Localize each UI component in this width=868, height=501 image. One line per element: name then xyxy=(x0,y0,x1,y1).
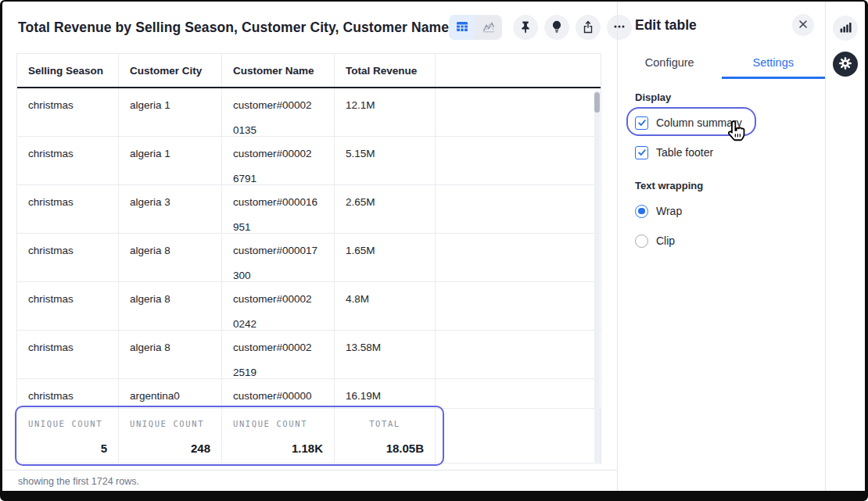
panel-title: Edit table xyxy=(635,17,792,34)
column-summary-row: UNIQUE COUNT 5 UNIQUE COUNT 248 UNIQUE C… xyxy=(17,409,601,463)
radio-clip[interactable] xyxy=(635,234,648,248)
summary-cell: UNIQUE COUNT 248 xyxy=(119,409,222,463)
table-scrollbar-thumb[interactable] xyxy=(594,92,600,113)
table-view-icon xyxy=(455,20,469,36)
cell-season: christmas xyxy=(17,137,119,184)
view-switcher xyxy=(449,15,502,40)
summary-value: 18.05B xyxy=(346,442,424,455)
page-title: Total Revenue by Selling Season, Custome… xyxy=(18,20,449,36)
summary-label: TOTAL xyxy=(346,419,424,428)
chart-view-button[interactable] xyxy=(475,15,502,40)
cell-city: algeria 8 xyxy=(119,234,222,281)
cell-empty xyxy=(436,282,601,330)
tab-configure[interactable]: Configure xyxy=(618,50,722,79)
summary-value: 1.18K xyxy=(233,442,323,455)
summary-value: 5 xyxy=(28,442,107,455)
bar-chart-icon xyxy=(838,20,852,37)
table-row[interactable]: christmas argentina0 customer#00000 16.1… xyxy=(17,379,601,409)
summary-label: UNIQUE COUNT xyxy=(130,419,210,428)
summary-value: 248 xyxy=(130,442,210,455)
cell-city: algeria 1 xyxy=(119,88,222,136)
spotiq-insights-button[interactable] xyxy=(544,15,569,40)
cell-customer-name: customer#00002 6791 xyxy=(222,137,335,184)
summary-label: UNIQUE COUNT xyxy=(28,419,107,428)
cell-empty xyxy=(436,379,601,408)
share-button[interactable] xyxy=(576,15,601,40)
summary-cell-empty xyxy=(436,409,601,463)
cell-customer-name: customer#000016 951 xyxy=(222,185,335,233)
column-header-total-revenue[interactable]: Total Revenue xyxy=(335,54,436,87)
tab-settings[interactable]: Settings xyxy=(722,50,826,79)
table-row[interactable]: christmas algeria 3 customer#000016 951 … xyxy=(17,185,601,234)
close-panel-button[interactable] xyxy=(792,14,814,36)
chart-view-icon xyxy=(482,20,496,36)
table-row[interactable]: christmas algeria 8 customer#00002 2519 … xyxy=(17,331,601,379)
cell-season: christmas xyxy=(17,88,119,136)
cell-revenue: 16.19M xyxy=(335,379,436,408)
table-row[interactable]: christmas algeria 1 customer#00002 0135 … xyxy=(17,88,601,137)
cell-revenue: 5.15M xyxy=(335,137,436,184)
cell-city: algeria 8 xyxy=(119,331,222,378)
summary-label: UNIQUE COUNT xyxy=(233,419,323,428)
pin-icon xyxy=(518,20,533,36)
close-icon xyxy=(798,20,808,31)
cell-customer-name: customer#00000 xyxy=(222,379,335,408)
settings-gear-button[interactable] xyxy=(833,52,858,77)
cell-customer-name: customer#00002 2519 xyxy=(222,331,335,378)
display-section-title: Display xyxy=(635,91,812,103)
lightbulb-icon xyxy=(550,20,564,36)
cell-empty xyxy=(436,185,601,233)
column-header-selling-season[interactable]: Selling Season xyxy=(17,54,119,87)
option-table-footer[interactable]: Table footer xyxy=(635,144,812,161)
chart-style-button[interactable] xyxy=(833,16,858,41)
cell-revenue: 1.65M xyxy=(335,234,436,281)
share-icon xyxy=(581,20,595,36)
text-wrapping-section-title: Text wrapping xyxy=(635,180,812,191)
checkbox-column-summary[interactable] xyxy=(635,116,648,130)
summary-cell: TOTAL 18.05B xyxy=(335,409,436,463)
option-column-summary[interactable]: Column summary xyxy=(635,114,812,131)
table-row[interactable]: christmas algeria 8 customer#00002 0242 … xyxy=(17,282,601,331)
cell-customer-name: customer#00002 0242 xyxy=(222,282,335,330)
option-label: Column summary xyxy=(656,116,742,129)
cell-city: argentina0 xyxy=(119,379,222,408)
cell-customer-name: customer#000017 300 xyxy=(222,234,335,281)
right-toolbar xyxy=(826,2,865,491)
table-scrollbar[interactable] xyxy=(594,91,600,463)
row-count-status: showing the first 1724 rows. xyxy=(18,476,139,487)
answer-header: Total Revenue by Selling Season, Custome… xyxy=(2,2,617,53)
edit-table-panel: Edit table Configure Settings Display xyxy=(618,2,825,491)
cell-season: christmas xyxy=(17,331,119,378)
status-bar: showing the first 1724 rows. xyxy=(2,470,617,487)
cell-city: algeria 3 xyxy=(119,185,222,233)
answer-toolbar xyxy=(449,15,632,40)
table-row[interactable]: christmas algeria 1 customer#00002 6791 … xyxy=(17,137,601,185)
table-row[interactable]: christmas algeria 8 customer#000017 300 … xyxy=(17,234,601,282)
radio-wrap[interactable] xyxy=(635,205,648,218)
column-header-customer-city[interactable]: Customer City xyxy=(119,54,222,87)
cell-empty xyxy=(436,331,601,378)
cell-empty xyxy=(436,234,601,281)
cell-revenue: 12.1M xyxy=(335,88,436,136)
pin-button[interactable] xyxy=(513,15,538,40)
column-header-empty xyxy=(436,54,601,87)
table-view-button[interactable] xyxy=(449,15,475,40)
cell-season: christmas xyxy=(17,282,119,330)
cell-empty xyxy=(436,88,601,136)
option-label: Clip xyxy=(656,234,675,247)
answer-area: Total Revenue by Selling Season, Custome… xyxy=(2,2,617,491)
column-header-customer-name[interactable]: Customer Name xyxy=(222,54,335,87)
cell-empty xyxy=(436,137,601,184)
cell-city: algeria 8 xyxy=(119,282,222,330)
option-clip[interactable]: Clip xyxy=(635,232,812,249)
summary-cell: UNIQUE COUNT 5 xyxy=(17,409,119,463)
app-window: Total Revenue by Selling Season, Custome… xyxy=(0,0,868,501)
checkbox-table-footer[interactable] xyxy=(635,146,648,159)
cell-season: christmas xyxy=(17,234,119,281)
option-wrap[interactable]: Wrap xyxy=(635,202,812,220)
cell-revenue: 13.58M xyxy=(335,331,436,378)
panel-tabs: Configure Settings xyxy=(618,50,825,79)
cell-customer-name: customer#00002 0135 xyxy=(222,88,335,136)
gear-icon xyxy=(838,55,853,73)
cell-season: christmas xyxy=(17,379,119,408)
